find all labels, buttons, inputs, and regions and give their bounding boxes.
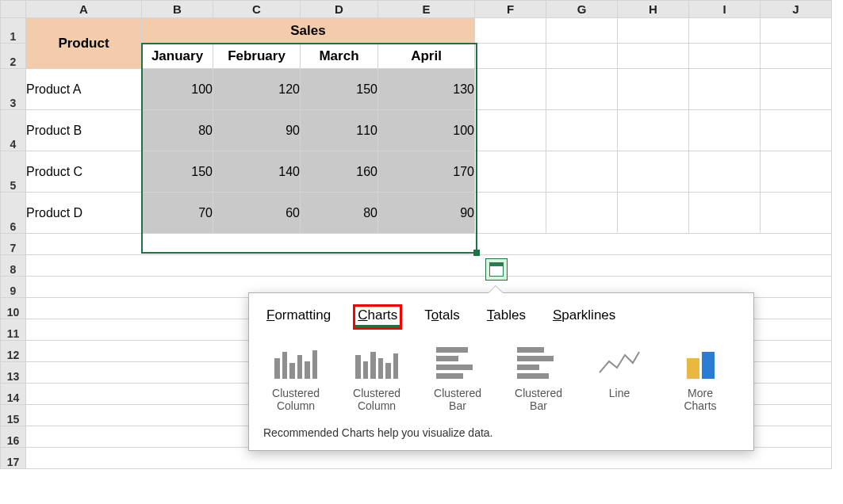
cell-D3[interactable]: 150	[301, 69, 378, 110]
col-header-C[interactable]: C	[213, 1, 301, 18]
cell[interactable]	[475, 193, 546, 234]
row-header-11[interactable]: 11	[1, 319, 26, 341]
option-more-charts[interactable]: ? MoreCharts	[668, 347, 733, 412]
cell-month-apr[interactable]: April	[378, 44, 475, 69]
cell-B4[interactable]: 80	[142, 110, 213, 151]
row-header-10[interactable]: 10	[1, 298, 26, 319]
cell-product-header[interactable]: Product	[26, 18, 142, 69]
row-header-15[interactable]: 15	[1, 405, 26, 426]
cell[interactable]	[761, 110, 832, 151]
tab-sparklines[interactable]: Sparklines	[550, 306, 619, 328]
cell[interactable]	[546, 44, 618, 69]
cell-D5[interactable]: 160	[301, 151, 378, 193]
option-clustered-bar-2[interactable]: ClusteredBar	[506, 347, 571, 412]
row-header-13[interactable]: 13	[1, 362, 26, 384]
cell-month-mar[interactable]: March	[301, 44, 378, 69]
col-header-D[interactable]: D	[301, 1, 378, 18]
cell[interactable]	[475, 110, 546, 151]
cell-product-d[interactable]: Product D	[26, 193, 142, 234]
row-header-4[interactable]: 4	[1, 110, 26, 151]
row-header-14[interactable]: 14	[1, 384, 26, 405]
cell-C4[interactable]: 90	[213, 110, 301, 151]
cell-D4[interactable]: 110	[301, 110, 378, 151]
tab-formatting[interactable]: Formatting	[263, 306, 334, 328]
cell[interactable]	[689, 69, 761, 110]
cell-E3[interactable]: 130	[378, 69, 475, 110]
row-header-16[interactable]: 16	[1, 426, 26, 448]
cell-B6[interactable]: 70	[142, 193, 213, 234]
cell[interactable]	[618, 69, 689, 110]
cell-sales-header[interactable]: Sales	[142, 18, 475, 44]
option-label: Column	[344, 399, 409, 412]
cell[interactable]	[26, 234, 832, 255]
cell[interactable]	[546, 110, 618, 151]
cell-B3[interactable]: 100	[142, 69, 213, 110]
cell[interactable]	[689, 18, 761, 44]
tab-charts[interactable]: Charts	[354, 306, 400, 328]
cell[interactable]	[618, 18, 689, 44]
col-header-A[interactable]: A	[26, 1, 142, 18]
cell[interactable]	[618, 44, 689, 69]
cell-E5[interactable]: 170	[378, 151, 475, 193]
cell[interactable]	[475, 18, 546, 44]
col-header-H[interactable]: H	[618, 1, 689, 18]
option-clustered-column-2[interactable]: ClusteredColumn	[344, 347, 409, 412]
cell[interactable]	[689, 110, 761, 151]
col-header-E[interactable]: E	[378, 1, 475, 18]
cell-month-jan[interactable]: January	[142, 44, 213, 69]
row-header-1[interactable]: 1	[1, 18, 26, 44]
row-header-7[interactable]: 7	[1, 234, 26, 255]
cell[interactable]	[618, 151, 689, 193]
cell-C5[interactable]: 140	[213, 151, 301, 193]
row-header-2[interactable]: 2	[1, 44, 26, 69]
cell-month-feb[interactable]: February	[213, 44, 301, 69]
cell-C3[interactable]: 120	[213, 69, 301, 110]
cell[interactable]	[618, 110, 689, 151]
cell[interactable]	[689, 151, 761, 193]
cell[interactable]	[761, 193, 832, 234]
cell[interactable]	[546, 151, 618, 193]
row-header-9[interactable]: 9	[1, 277, 26, 298]
col-header-I[interactable]: I	[689, 1, 761, 18]
row-header-6[interactable]: 6	[1, 193, 26, 234]
cell-B5[interactable]: 150	[142, 151, 213, 193]
cell[interactable]	[546, 69, 618, 110]
tab-tables[interactable]: Tables	[484, 306, 529, 328]
cell[interactable]	[475, 151, 546, 193]
row-header-12[interactable]: 12	[1, 341, 26, 362]
col-header-F[interactable]: F	[475, 1, 546, 18]
cell[interactable]	[761, 18, 832, 44]
cell[interactable]	[475, 44, 546, 69]
row-header-8[interactable]: 8	[1, 255, 26, 277]
select-all-corner[interactable]	[1, 1, 26, 18]
cell-E6[interactable]: 90	[378, 193, 475, 234]
row-header-5[interactable]: 5	[1, 151, 26, 193]
cell[interactable]	[689, 193, 761, 234]
tab-totals[interactable]: Totals	[421, 306, 462, 328]
cell[interactable]	[761, 69, 832, 110]
cell[interactable]	[475, 69, 546, 110]
col-header-J[interactable]: J	[761, 1, 832, 18]
cell-product-a[interactable]: Product A	[26, 69, 142, 110]
cell-D6[interactable]: 80	[301, 193, 378, 234]
cell[interactable]	[26, 255, 832, 277]
cell[interactable]	[618, 193, 689, 234]
cell-product-b[interactable]: Product B	[26, 110, 142, 151]
quick-analysis-button[interactable]	[485, 258, 508, 281]
cell[interactable]	[546, 193, 618, 234]
cell[interactable]	[689, 44, 761, 69]
cell-product-c[interactable]: Product C	[26, 151, 142, 193]
cell-C6[interactable]: 60	[213, 193, 301, 234]
row-header-3[interactable]: 3	[1, 69, 26, 110]
col-header-G[interactable]: G	[546, 1, 618, 18]
option-line[interactable]: Line	[587, 347, 652, 412]
row-header-17[interactable]: 17	[1, 448, 26, 469]
option-clustered-column-1[interactable]: ClusteredColumn	[263, 347, 328, 412]
clustered-bar-icon	[517, 347, 560, 379]
col-header-B[interactable]: B	[142, 1, 213, 18]
cell-E4[interactable]: 100	[378, 110, 475, 151]
option-clustered-bar-1[interactable]: ClusteredBar	[425, 347, 490, 412]
cell[interactable]	[761, 44, 832, 69]
cell[interactable]	[546, 18, 618, 44]
cell[interactable]	[761, 151, 832, 193]
